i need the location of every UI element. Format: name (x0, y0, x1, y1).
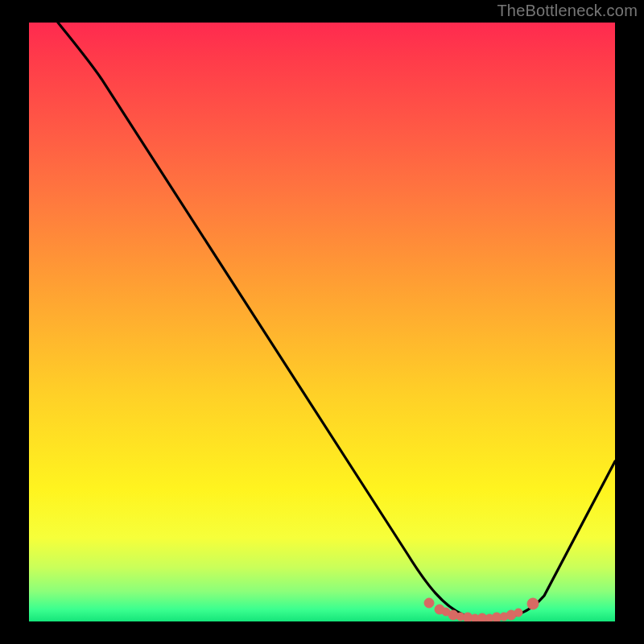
bottleneck-curve-svg (29, 23, 615, 621)
svg-point-0 (424, 598, 434, 608)
bottleneck-curve-path (58, 23, 615, 619)
chart-frame: TheBottleneck.com (0, 0, 644, 644)
optimal-region-markers (424, 598, 539, 621)
watermark-text: TheBottleneck.com (497, 2, 638, 20)
svg-point-13 (527, 598, 539, 609)
plot-area (29, 23, 615, 621)
svg-point-12 (514, 609, 522, 617)
